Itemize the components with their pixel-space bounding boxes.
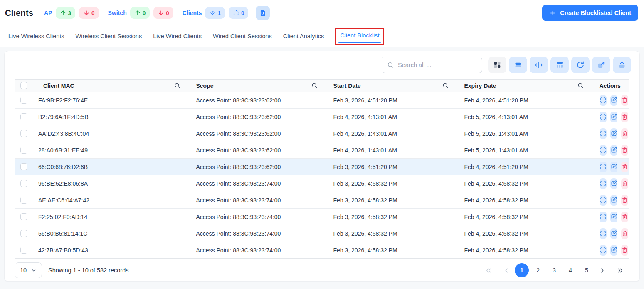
first-page-button[interactable] (481, 263, 496, 277)
tab-live-wired-clients[interactable]: Live Wired Clients (153, 33, 202, 40)
row-checkbox[interactable] (20, 130, 27, 137)
edit-icon (610, 213, 617, 220)
delete-row-button[interactable] (621, 228, 628, 239)
mesh-network-icon (233, 10, 239, 16)
delete-row-button[interactable] (621, 195, 628, 206)
select-all-checkbox[interactable] (20, 82, 27, 89)
expand-icon (600, 180, 607, 187)
expand-icon (600, 247, 607, 254)
edit-row-button[interactable] (610, 112, 617, 122)
next-page-button[interactable] (595, 263, 609, 277)
row-density-button[interactable] (509, 57, 527, 73)
row-checkbox[interactable] (20, 197, 27, 204)
card-view-button[interactable] (488, 57, 506, 73)
client-search-report-button[interactable] (256, 6, 270, 20)
column-header-actions: Actions (600, 82, 621, 89)
tab-client-analytics[interactable]: Client Analytics (283, 33, 324, 40)
column-header-client-mac: Client MAC (43, 82, 74, 89)
expand-row-button[interactable] (600, 212, 607, 222)
table-columns-button[interactable] (550, 57, 569, 73)
page-2-button[interactable]: 2 (531, 263, 545, 277)
delete-row-button[interactable] (621, 95, 628, 106)
search-input[interactable] (398, 62, 477, 68)
page-1-button[interactable]: 1 (515, 263, 529, 277)
client-mac-value: 56:B0:B5:81:14:1C (38, 230, 87, 237)
edit-row-button[interactable] (610, 95, 617, 106)
edit-row-button[interactable] (610, 212, 617, 222)
tab-wireless-client-sessions[interactable]: Wireless Client Sessions (76, 33, 142, 40)
column-search-icon[interactable] (311, 82, 318, 89)
delete-row-button[interactable] (621, 178, 628, 189)
page-size-select[interactable]: 10 (15, 262, 42, 278)
prev-page-button[interactable] (499, 263, 513, 277)
page-4-button[interactable]: 4 (563, 263, 577, 277)
edit-row-button[interactable] (610, 162, 617, 172)
expiry-date-value: Feb 4, 2026, 4:58:32 PM (464, 180, 528, 187)
row-checkbox[interactable] (20, 147, 27, 154)
last-page-button[interactable] (613, 263, 627, 277)
start-date-value: Feb 3, 2026, 4:51:20 PM (333, 97, 397, 104)
arrow-up-icon (60, 10, 67, 16)
arrow-up-icon (134, 10, 141, 16)
tab-client-blocklist[interactable]: Client Blocklist (335, 28, 384, 45)
expand-row-button[interactable] (600, 245, 607, 256)
start-date-value: Feb 4, 2026, 1:43:01 AM (333, 130, 397, 137)
expand-row-button[interactable] (600, 228, 607, 239)
column-search-icon[interactable] (442, 82, 449, 89)
tab-wired-client-sessions[interactable]: Wired Client Sessions (213, 33, 272, 40)
row-actions (600, 195, 619, 206)
edit-row-button[interactable] (610, 128, 617, 139)
edit-row-button[interactable] (610, 178, 617, 189)
row-checkbox[interactable] (20, 113, 27, 120)
tabs: Live Wireless ClientsWireless Client Ses… (0, 26, 644, 47)
ap-stat-label: AP (44, 10, 52, 16)
expand-row-button[interactable] (600, 112, 607, 122)
column-search-icon[interactable] (174, 82, 180, 89)
delete-row-button[interactable] (621, 128, 628, 139)
switch-up-badge: 0 (130, 7, 150, 19)
delete-row-button[interactable] (621, 112, 628, 122)
column-search-icon[interactable] (577, 82, 584, 89)
export-button[interactable] (613, 57, 631, 73)
page-3-button[interactable]: 3 (547, 263, 561, 277)
row-checkbox[interactable] (20, 180, 27, 187)
page-5-button[interactable]: 5 (580, 263, 594, 277)
edit-row-button[interactable] (610, 228, 617, 239)
delete-icon (621, 197, 628, 204)
delete-row-button[interactable] (621, 245, 628, 256)
row-actions (600, 112, 619, 122)
row-checkbox[interactable] (20, 230, 27, 237)
edit-row-button[interactable] (610, 145, 617, 156)
expiry-date-value: Feb 5, 2026, 1:43:01 AM (464, 147, 528, 154)
fit-columns-button[interactable] (530, 57, 548, 73)
expand-row-button[interactable] (600, 162, 607, 172)
edit-row-button[interactable] (610, 195, 617, 206)
expand-row-button[interactable] (600, 195, 607, 206)
tab-live-wireless-clients[interactable]: Live Wireless Clients (8, 33, 64, 40)
delete-icon (621, 230, 628, 237)
edit-icon (610, 147, 617, 154)
row-checkbox[interactable] (20, 213, 27, 220)
start-date-value: Feb 4, 2026, 4:13:01 AM (333, 114, 397, 120)
delete-row-button[interactable] (621, 162, 628, 172)
expand-row-button[interactable] (600, 178, 607, 189)
expiry-date-value: Feb 4, 2026, 4:58:32 PM (464, 230, 528, 237)
expand-row-button[interactable] (600, 95, 607, 106)
row-checkbox[interactable] (20, 247, 27, 254)
column-header-expiry-date: Expiry Date (464, 82, 496, 89)
create-blocklisted-client-button[interactable]: Create Blocklisted Client (542, 5, 638, 21)
expand-row-button[interactable] (600, 145, 607, 156)
row-checkbox[interactable] (20, 97, 27, 104)
client-mac-value: AA:D2:43:8B:4C:04 (38, 130, 89, 137)
open-new-button[interactable] (592, 57, 610, 73)
delete-row-button[interactable] (621, 145, 628, 156)
refresh-button[interactable] (571, 57, 590, 73)
edit-row-button[interactable] (610, 245, 617, 256)
delete-row-button[interactable] (621, 212, 628, 222)
row-checkbox[interactable] (20, 163, 27, 170)
table-row: B2:79:6A:1F:4D:5B Access Point: 88:3C:93… (15, 109, 629, 125)
switch-stat-label: Switch (108, 10, 127, 16)
start-date-value: Feb 3, 2026, 4:58:32 PM (333, 197, 397, 204)
scope-value: Access Point: 88:3C:93:23:74:00 (196, 247, 281, 254)
expand-row-button[interactable] (600, 128, 607, 139)
